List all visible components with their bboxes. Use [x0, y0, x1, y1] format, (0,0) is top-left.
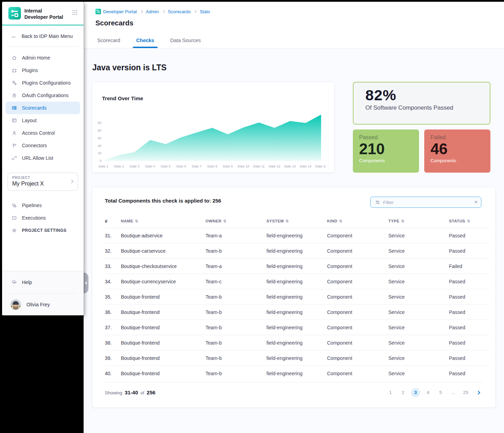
- table-body: 31. Boutique-adservice Team-a field-engi…: [105, 228, 488, 381]
- tab-data-sources[interactable]: Data Sources: [170, 38, 202, 48]
- user-menu[interactable]: Olivia Frey: [2, 294, 84, 315]
- page-number-1[interactable]: 1: [386, 388, 395, 397]
- svg-text:Date 15: Date 15: [315, 164, 326, 168]
- column-header-name[interactable]: NAME⇅: [121, 219, 206, 223]
- cell-type: Service: [388, 309, 449, 315]
- back-to-idp-menu[interactable]: ← Back to IDP Main Menu: [2, 25, 84, 46]
- main-area: Developer Portal Admin Scorecards Stats …: [84, 2, 504, 433]
- next-page-button[interactable]: [474, 388, 483, 397]
- passed-card: Passed 210 Components: [353, 129, 419, 173]
- sidebar-item-admin-home[interactable]: Admin Home: [6, 52, 80, 64]
- breadcrumb-portal-link[interactable]: Developer Portal: [95, 9, 137, 14]
- help-label: Help: [22, 280, 32, 285]
- cell-owner: Team-b: [206, 309, 266, 315]
- apps-grid-icon[interactable]: [72, 9, 78, 16]
- table-row[interactable]: 32. Boutique-carservuce Team-b field-eng…: [105, 243, 488, 258]
- cell-status: Passed: [449, 371, 488, 376]
- table-row[interactable]: 36. Boutique-frontend Team-b field-engin…: [105, 304, 488, 320]
- sidebar-item-plugins-configurations[interactable]: Plugins Configurations: [6, 77, 80, 89]
- column-header-owner[interactable]: OWNER⇅: [206, 219, 266, 223]
- tab-scorecard[interactable]: Scorecard: [96, 38, 121, 48]
- chat-help-icon: [11, 280, 17, 285]
- help-button[interactable]: Help: [2, 271, 84, 293]
- table-row[interactable]: 39. Boutique-frontend Team-b field-engin…: [105, 350, 488, 365]
- column-header-type[interactable]: TYPE⇅: [388, 219, 449, 223]
- table-row[interactable]: 35. Boutique-frontend Team-b field-engin…: [105, 289, 488, 304]
- breadcrumb-scorecards-link[interactable]: Scorecards: [168, 9, 191, 14]
- breadcrumb-stats-link[interactable]: Stats: [200, 9, 210, 14]
- table-row[interactable]: 37. Boutique-frontend Team-b field-engin…: [105, 320, 488, 335]
- components-table-card: Total Components this check is applied t…: [92, 187, 496, 408]
- cell-type: Service: [388, 294, 449, 300]
- column-header-status[interactable]: STATUS⇅: [449, 219, 488, 223]
- trend-chart-card: Trend Over Time 020406080100Date 1Date 2…: [92, 82, 334, 173]
- table-row[interactable]: 38. Boutique-frontend Team-b field-engin…: [105, 335, 488, 350]
- page-number-...[interactable]: ...: [449, 388, 458, 397]
- svg-text:Date 12: Date 12: [269, 164, 280, 168]
- filter-sliders-icon[interactable]: [375, 199, 380, 205]
- sidebar-item-oauth-configurations[interactable]: OAuth Configurations: [6, 89, 80, 102]
- cell-name: Boutique-frontend: [121, 294, 206, 300]
- chevron-left-icon: [85, 281, 87, 285]
- cell-type: Service: [388, 371, 449, 376]
- sidebar-item-plugins[interactable]: Plugins: [6, 64, 80, 77]
- cell-kind: Component: [327, 309, 388, 315]
- page-number-4[interactable]: 4: [424, 388, 433, 397]
- cell-status: Passed: [449, 294, 488, 300]
- sidebar-item-pipelines[interactable]: Pipelines: [6, 199, 80, 212]
- lock-icon: [11, 93, 17, 98]
- sidebar-item-layout[interactable]: Layout: [6, 114, 80, 127]
- chevron-right-icon: [140, 10, 143, 13]
- cell-kind: Component: [327, 325, 388, 330]
- tab-checks[interactable]: Checks: [135, 38, 155, 48]
- sidebar-item-executions[interactable]: Executions: [6, 212, 80, 224]
- table-row[interactable]: 40. Boutique-frontend Team-b field-engin…: [105, 365, 488, 381]
- cell-owner: Team-b: [206, 325, 266, 330]
- page-header: Developer Portal Admin Scorecards Stats …: [84, 2, 504, 48]
- column-header-system[interactable]: SYSTEM⇅: [266, 219, 327, 223]
- table-row[interactable]: 33. Boutique-checkoutservice Team-a fiel…: [105, 258, 488, 274]
- project-selector[interactable]: PROJECT My Project X: [8, 173, 78, 191]
- sidebar-item-scorecards[interactable]: Scorecards: [6, 102, 80, 114]
- cell-owner: Team-b: [206, 248, 266, 254]
- cell-owner: Team-b: [206, 371, 266, 376]
- filter-input[interactable]: [380, 200, 474, 205]
- clear-filter-icon[interactable]: ×: [474, 199, 478, 205]
- breadcrumb-item: Developer Portal: [103, 9, 137, 14]
- cell-kind: Component: [327, 294, 388, 300]
- sort-icon: ⇅: [135, 219, 138, 223]
- cell-kind: Component: [327, 371, 388, 376]
- sidebar-item-url-allow-list[interactable]: URL Allow List: [6, 152, 80, 164]
- pagination: 12345...25: [386, 388, 483, 397]
- breadcrumb-admin-link[interactable]: Admin: [146, 9, 159, 14]
- cell-name: Boutique-adservice: [121, 233, 206, 238]
- page-number-2[interactable]: 2: [398, 388, 408, 397]
- chevron-right-icon: [194, 10, 196, 13]
- link-icon: [11, 155, 17, 161]
- table-row[interactable]: 31. Boutique-adservice Team-a field-engi…: [105, 228, 488, 243]
- cell-kind: Component: [327, 248, 388, 254]
- sidebar-item-access-control[interactable]: Access Control: [6, 127, 80, 139]
- column-header-kind[interactable]: KIND⇅: [327, 219, 388, 223]
- page-number-25[interactable]: 25: [461, 388, 470, 397]
- cell-index: 39.: [105, 355, 121, 361]
- page-number-5[interactable]: 5: [436, 388, 445, 397]
- svg-text:Date 10: Date 10: [238, 164, 249, 168]
- brand-header: Internal Developer Portal: [2, 2, 84, 25]
- sidebar-item-connectors[interactable]: Connectors: [6, 139, 80, 152]
- column-header-index[interactable]: #: [105, 219, 121, 224]
- showing-range: 31-40: [125, 389, 138, 395]
- svg-text:Date 4: Date 4: [145, 164, 155, 168]
- cell-type: Service: [388, 355, 449, 361]
- table-row[interactable]: 34. Boutique-currencyservice Team-c fiel…: [105, 274, 488, 289]
- cell-status: Passed: [449, 309, 488, 315]
- sidebar-item-project-settings[interactable]: PROJECT SETTINGS: [6, 224, 80, 237]
- sidebar-collapse-handle[interactable]: [84, 273, 88, 293]
- failed-card: Failed 46 Components: [424, 129, 490, 173]
- cell-name: Boutique-frontend: [121, 325, 206, 330]
- play-box-icon: [11, 215, 17, 221]
- failed-caption: Components: [431, 158, 484, 163]
- cell-status: Passed: [449, 325, 488, 330]
- page-number-3[interactable]: 3: [411, 388, 420, 397]
- brand-title: Internal Developer Portal: [24, 7, 63, 25]
